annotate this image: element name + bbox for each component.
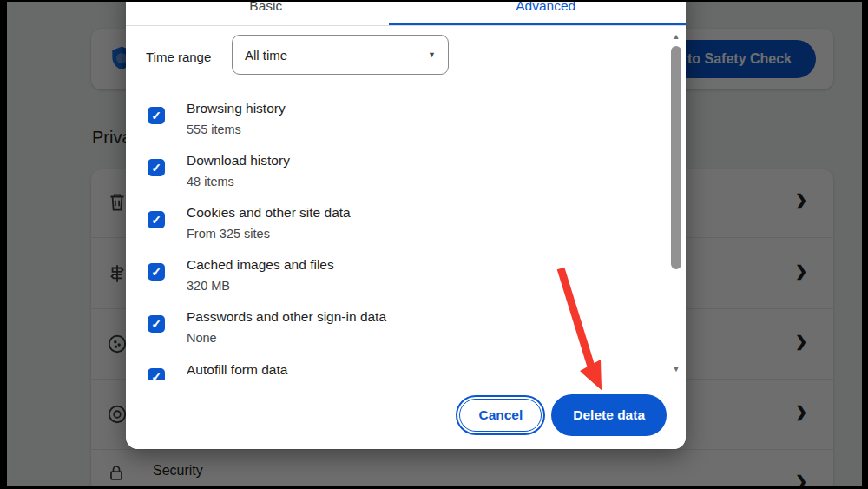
item-label: Browsing history (187, 99, 286, 118)
list-item-browsing-history: ✓ Browsing history 555 items (126, 99, 560, 148)
scrollbar-thumb[interactable] (671, 46, 681, 269)
time-range-value: All time (245, 48, 287, 63)
cancel-button[interactable]: Cancel (456, 395, 545, 435)
item-label: Passwords and other sign-in data (187, 307, 386, 327)
checkbox-download-history[interactable]: ✓ (148, 159, 165, 176)
checkmark-icon: ✓ (151, 109, 161, 122)
screenshot: Go to Safety Check Privacy and security … (0, 0, 868, 489)
item-sublabel: 48 items (187, 173, 234, 191)
frame-border (0, 0, 868, 2)
dialog-tabbar: Basic Advanced (126, 0, 686, 26)
frame-border (862, 0, 868, 489)
checkbox-cached-images[interactable]: ✓ (148, 263, 165, 281)
frame-border (0, 486, 868, 489)
list-item-autofill: ✓ Autofill form data (126, 360, 560, 380)
selected-tab-indicator (389, 23, 686, 25)
item-sublabel: None (187, 329, 217, 347)
checkbox-browsing-history[interactable]: ✓ (148, 107, 165, 124)
item-label: Cookies and other site data (187, 203, 351, 222)
checkmark-icon: ✓ (151, 370, 161, 380)
checkmark-icon: ✓ (151, 161, 161, 175)
scroll-down-icon[interactable]: ▼ (668, 365, 684, 373)
checkmark-icon: ✓ (151, 265, 161, 279)
dialog-scrollbar[interactable]: ▲ ▼ (668, 26, 684, 380)
dialog-footer: Cancel Delete data (126, 380, 686, 449)
list-item-cached-images: ✓ Cached images and files 320 MB (126, 255, 560, 304)
item-sublabel: From 325 sites (187, 225, 270, 243)
checkbox-cookies[interactable]: ✓ (148, 211, 165, 228)
item-label: Download history (187, 151, 290, 170)
cancel-button-label: Cancel (459, 399, 542, 432)
checkbox-autofill[interactable]: ✓ (148, 368, 165, 380)
delete-data-button[interactable]: Delete data (551, 394, 667, 436)
scroll-up-icon[interactable]: ▲ (668, 32, 684, 41)
dropdown-caret-icon: ▼ (428, 50, 436, 59)
list-item-download-history: ✓ Download history 48 items (126, 151, 560, 200)
tab-advanced[interactable]: Advanced (406, 0, 687, 25)
time-range-label: Time range (146, 50, 211, 64)
list-item-cookies: ✓ Cookies and other site data From 325 s… (126, 203, 560, 252)
list-item-passwords: ✓ Passwords and other sign-in data None (126, 307, 560, 356)
dialog-scroll-area: Time range All time ▼ ✓ Browsing history… (126, 26, 686, 380)
item-label: Autofill form data (187, 360, 287, 380)
item-sublabel: 555 items (187, 121, 241, 139)
checkmark-icon: ✓ (151, 213, 161, 227)
delete-browsing-data-dialog: Basic Advanced Time range All time ▼ ✓ B… (126, 0, 686, 449)
item-sublabel: 320 MB (187, 277, 230, 295)
frame-border (0, 0, 7, 489)
tab-basic[interactable]: Basic (126, 0, 406, 25)
settings-page: Go to Safety Check Privacy and security … (0, 0, 868, 489)
checkbox-passwords[interactable]: ✓ (148, 315, 165, 333)
checkmark-icon: ✓ (151, 317, 161, 331)
item-label: Cached images and files (187, 255, 334, 274)
time-range-dropdown[interactable]: All time ▼ (232, 35, 449, 75)
